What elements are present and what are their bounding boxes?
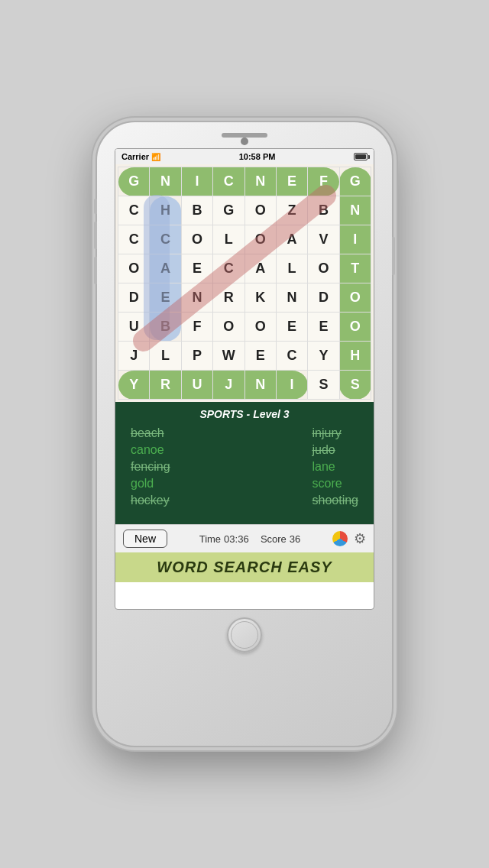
grid-cell[interactable]: T [339,254,371,283]
grid-cell[interactable]: R [213,283,244,313]
grid-cell[interactable]: P [181,342,212,371]
status-right [354,153,368,160]
grid-cell[interactable]: O [213,313,244,342]
volume-up-button[interactable] [94,222,97,249]
app-title-text: WORD SEARCH EASY [157,559,332,575]
grid-cell[interactable]: N [150,167,181,196]
camera [241,138,248,145]
grid-cell[interactable]: D [308,283,339,313]
word-item: gold [131,477,170,491]
grid-cell[interactable]: C [213,254,244,283]
grid-row: OAECALOT [118,254,371,283]
battery-fill [355,154,366,159]
grid-cell[interactable]: N [276,283,307,313]
grid-cell[interactable]: N [181,283,212,313]
grid-cell[interactable]: S [308,371,339,400]
phone-top [97,122,392,142]
grid-cell[interactable]: O [339,283,371,313]
grid-cell[interactable]: C [276,342,307,371]
power-button[interactable] [392,237,395,275]
grid-wrapper: GNICNEFGCHBGOZBNCCOLOAVIOAECALOTDENRKNDO… [118,167,371,400]
grid-cell[interactable]: N [244,371,276,400]
grid-cell[interactable]: G [213,196,244,225]
word-item: beach [131,426,170,440]
grid-cell[interactable]: L [276,254,307,283]
grid-row: JLPWECYH [118,342,371,371]
grid-cell[interactable]: A [150,254,181,283]
grid-cell[interactable]: U [181,371,212,400]
grid-cell[interactable]: N [244,167,276,196]
grid-row: CHBGOZBN [118,196,371,225]
volume-down-button[interactable] [94,257,97,284]
grid-cell[interactable]: E [244,342,276,371]
grid-cell[interactable]: O [244,225,276,254]
grid-cell[interactable]: L [213,225,244,254]
word-column-right: injuryjudolanescoreshooting [313,426,359,507]
grid-cell[interactable]: H [339,342,371,371]
mute-switch[interactable] [94,199,97,214]
grid-cell[interactable]: E [276,313,307,342]
carrier-label: Carrier [121,152,149,161]
grid-cell[interactable]: V [308,225,339,254]
grid-cell[interactable]: O [244,196,276,225]
grid-cell[interactable]: O [118,254,150,283]
grid-cell[interactable]: O [339,313,371,342]
grid-cell[interactable]: O [181,225,212,254]
settings-icon[interactable]: ⚙ [354,530,366,547]
grid-cell[interactable]: L [150,342,181,371]
new-button[interactable]: New [123,530,167,548]
grid-cell[interactable]: O [244,313,276,342]
grid-cell[interactable]: K [244,283,276,313]
grid-cell[interactable]: D [118,283,150,313]
grid-cell[interactable]: O [308,254,339,283]
word-grid: GNICNEFGCHBGOZBNCCOLOAVIOAECALOTDENRKNDO… [118,167,371,400]
wifi-icon: 📶 [151,153,160,161]
grid-cell[interactable]: G [339,167,371,196]
grid-cell[interactable]: W [213,342,244,371]
grid-cell[interactable]: B [308,196,339,225]
word-item: fencing [131,460,170,474]
word-item: canoe [131,443,170,457]
grid-cell[interactable]: C [150,225,181,254]
word-item: lane [313,460,359,474]
grid-cell[interactable]: E [181,254,212,283]
grid-cell[interactable]: J [118,342,150,371]
word-columns: beachcanoefencinggoldhockey injuryjudola… [125,426,364,507]
grid-cell[interactable]: C [118,196,150,225]
word-column-left: beachcanoefencinggoldhockey [131,426,170,507]
home-button[interactable] [227,617,262,653]
grid-cell[interactable]: F [308,167,339,196]
grid-cell[interactable]: E [150,283,181,313]
grid-cell[interactable]: Y [308,342,339,371]
grid-cell[interactable]: B [181,196,212,225]
grid-cell[interactable]: U [118,313,150,342]
grid-cell[interactable]: B [150,313,181,342]
word-item: judo [313,443,359,457]
grid-cell[interactable]: G [118,167,150,196]
grid-cell[interactable]: N [339,196,371,225]
grid-cell[interactable]: S [339,371,371,400]
bottom-bar: New Time 03:36 Score 36 ⚙ [115,524,374,552]
grid-cell[interactable]: I [276,371,307,400]
grid-cell[interactable]: F [181,313,212,342]
phone-frame: Carrier 📶 10:58 PM GN [96,121,393,747]
grid-cell[interactable]: E [308,313,339,342]
grid-row: GNICNEFG [118,167,371,196]
game-center-icon[interactable] [332,531,348,546]
grid-cell[interactable]: Y [118,371,150,400]
grid-cell[interactable]: E [276,167,307,196]
grid-cell[interactable]: I [181,167,212,196]
grid-cell[interactable]: J [213,371,244,400]
grid-cell[interactable]: C [118,225,150,254]
grid-cell[interactable]: H [150,196,181,225]
grid-row: CCOLOAVI [118,225,371,254]
word-item: injury [313,426,359,440]
grid-cell[interactable]: Z [276,196,307,225]
grid-cell[interactable]: R [150,371,181,400]
battery-icon [354,153,368,160]
grid-cell[interactable]: A [276,225,307,254]
grid-cell[interactable]: C [213,167,244,196]
grid-cell[interactable]: I [339,225,371,254]
grid-cell[interactable]: A [244,254,276,283]
home-button-inner [231,621,258,649]
